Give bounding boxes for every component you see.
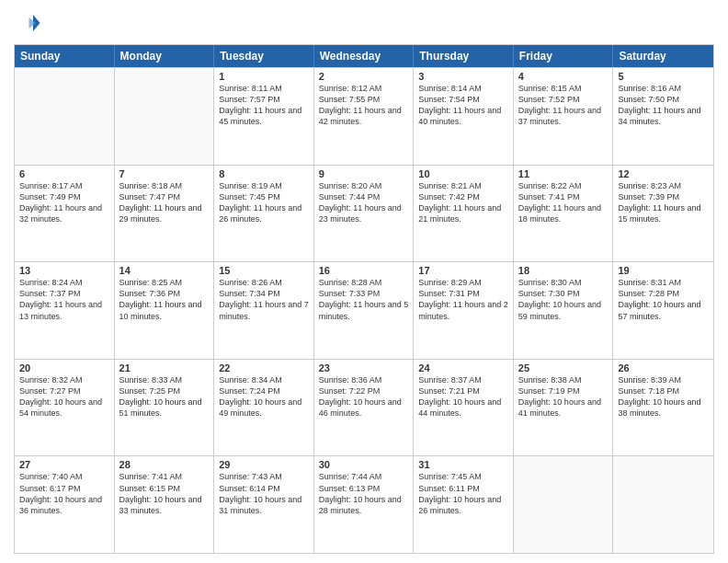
day-header-sunday: Sunday: [15, 45, 115, 67]
day-cell-1: 1Sunrise: 8:11 AM Sunset: 7:57 PM Daylig…: [214, 68, 314, 165]
day-number: 2: [319, 71, 409, 82]
day-header-thursday: Thursday: [414, 45, 514, 67]
calendar-row-5: 27Sunrise: 7:40 AM Sunset: 6:17 PM Dayli…: [15, 455, 713, 553]
calendar-header: SundayMondayTuesdayWednesdayThursdayFrid…: [15, 45, 713, 67]
calendar-row-2: 6Sunrise: 8:17 AM Sunset: 7:49 PM Daylig…: [15, 165, 713, 262]
day-cell-19: 19Sunrise: 8:31 AM Sunset: 7:28 PM Dayli…: [613, 262, 713, 359]
day-info: Sunrise: 8:14 AM Sunset: 7:54 PM Dayligh…: [418, 83, 508, 128]
day-cell-27: 27Sunrise: 7:40 AM Sunset: 6:17 PM Dayli…: [15, 456, 115, 553]
day-number: 6: [19, 168, 109, 179]
day-info: Sunrise: 8:30 AM Sunset: 7:30 PM Dayligh…: [518, 277, 609, 322]
day-number: 4: [518, 71, 609, 82]
day-number: 17: [418, 265, 508, 276]
day-cell-10: 10Sunrise: 8:21 AM Sunset: 7:42 PM Dayli…: [414, 166, 514, 262]
calendar-body: 1Sunrise: 8:11 AM Sunset: 7:57 PM Daylig…: [15, 67, 713, 553]
day-number: 14: [119, 265, 210, 276]
day-info: Sunrise: 8:16 AM Sunset: 7:50 PM Dayligh…: [618, 83, 709, 128]
logo-icon: [14, 9, 41, 37]
day-info: Sunrise: 7:41 AM Sunset: 6:15 PM Dayligh…: [119, 471, 210, 516]
day-info: Sunrise: 7:44 AM Sunset: 6:13 PM Dayligh…: [319, 471, 409, 516]
day-header-monday: Monday: [115, 45, 215, 67]
header: [14, 9, 714, 37]
day-number: 27: [19, 459, 109, 470]
day-header-friday: Friday: [514, 45, 614, 67]
day-cell-3: 3Sunrise: 8:14 AM Sunset: 7:54 PM Daylig…: [414, 68, 514, 165]
day-number: 11: [518, 168, 609, 179]
calendar-row-3: 13Sunrise: 8:24 AM Sunset: 7:37 PM Dayli…: [15, 261, 713, 359]
day-info: Sunrise: 8:39 AM Sunset: 7:18 PM Dayligh…: [618, 374, 709, 419]
day-info: Sunrise: 8:34 AM Sunset: 7:24 PM Dayligh…: [219, 374, 309, 419]
day-number: 15: [219, 265, 309, 276]
day-number: 30: [319, 459, 409, 470]
day-number: 7: [119, 168, 210, 179]
day-cell-14: 14Sunrise: 8:25 AM Sunset: 7:36 PM Dayli…: [115, 262, 215, 359]
day-info: Sunrise: 8:32 AM Sunset: 7:27 PM Dayligh…: [19, 374, 109, 419]
day-info: Sunrise: 8:20 AM Sunset: 7:44 PM Dayligh…: [319, 180, 409, 225]
day-number: 13: [19, 265, 109, 276]
empty-cell: [514, 456, 614, 553]
day-info: Sunrise: 8:28 AM Sunset: 7:33 PM Dayligh…: [319, 277, 409, 322]
day-cell-23: 23Sunrise: 8:36 AM Sunset: 7:22 PM Dayli…: [314, 360, 415, 456]
day-cell-29: 29Sunrise: 7:43 AM Sunset: 6:14 PM Dayli…: [214, 456, 314, 553]
day-number: 29: [219, 459, 309, 470]
day-number: 10: [418, 168, 508, 179]
day-cell-26: 26Sunrise: 8:39 AM Sunset: 7:18 PM Dayli…: [613, 360, 713, 456]
day-cell-16: 16Sunrise: 8:28 AM Sunset: 7:33 PM Dayli…: [314, 262, 415, 359]
day-cell-21: 21Sunrise: 8:33 AM Sunset: 7:25 PM Dayli…: [115, 360, 215, 456]
empty-cell: [15, 68, 115, 165]
day-info: Sunrise: 8:37 AM Sunset: 7:21 PM Dayligh…: [418, 374, 508, 419]
day-cell-15: 15Sunrise: 8:26 AM Sunset: 7:34 PM Dayli…: [214, 262, 314, 359]
day-cell-25: 25Sunrise: 8:38 AM Sunset: 7:19 PM Dayli…: [514, 360, 614, 456]
empty-cell: [115, 68, 215, 165]
day-number: 26: [618, 362, 709, 373]
day-number: 8: [219, 168, 309, 179]
calendar-row-1: 1Sunrise: 8:11 AM Sunset: 7:57 PM Daylig…: [15, 67, 713, 165]
day-number: 28: [119, 459, 210, 470]
day-info: Sunrise: 8:22 AM Sunset: 7:41 PM Dayligh…: [518, 180, 609, 225]
day-info: Sunrise: 7:45 AM Sunset: 6:11 PM Dayligh…: [418, 471, 508, 516]
day-number: 22: [219, 362, 309, 373]
day-cell-5: 5Sunrise: 8:16 AM Sunset: 7:50 PM Daylig…: [613, 68, 713, 165]
day-cell-13: 13Sunrise: 8:24 AM Sunset: 7:37 PM Dayli…: [15, 262, 115, 359]
day-cell-6: 6Sunrise: 8:17 AM Sunset: 7:49 PM Daylig…: [15, 166, 115, 262]
day-header-wednesday: Wednesday: [314, 45, 415, 67]
day-cell-22: 22Sunrise: 8:34 AM Sunset: 7:24 PM Dayli…: [214, 360, 314, 456]
day-cell-28: 28Sunrise: 7:41 AM Sunset: 6:15 PM Dayli…: [115, 456, 215, 553]
day-info: Sunrise: 7:40 AM Sunset: 6:17 PM Dayligh…: [19, 471, 109, 516]
day-number: 16: [319, 265, 409, 276]
day-number: 25: [518, 362, 609, 373]
day-number: 1: [219, 71, 309, 82]
day-number: 21: [119, 362, 210, 373]
day-cell-31: 31Sunrise: 7:45 AM Sunset: 6:11 PM Dayli…: [414, 456, 514, 553]
day-info: Sunrise: 8:24 AM Sunset: 7:37 PM Dayligh…: [19, 277, 109, 322]
day-info: Sunrise: 8:25 AM Sunset: 7:36 PM Dayligh…: [119, 277, 210, 322]
day-info: Sunrise: 8:12 AM Sunset: 7:55 PM Dayligh…: [319, 83, 409, 128]
day-number: 9: [319, 168, 409, 179]
day-cell-18: 18Sunrise: 8:30 AM Sunset: 7:30 PM Dayli…: [514, 262, 614, 359]
calendar-row-4: 20Sunrise: 8:32 AM Sunset: 7:27 PM Dayli…: [15, 359, 713, 456]
day-info: Sunrise: 8:23 AM Sunset: 7:39 PM Dayligh…: [618, 180, 709, 225]
day-info: Sunrise: 8:26 AM Sunset: 7:34 PM Dayligh…: [219, 277, 309, 322]
day-number: 23: [319, 362, 409, 373]
day-cell-8: 8Sunrise: 8:19 AM Sunset: 7:45 PM Daylig…: [214, 166, 314, 262]
logo: [14, 9, 45, 37]
day-cell-30: 30Sunrise: 7:44 AM Sunset: 6:13 PM Dayli…: [314, 456, 415, 553]
day-cell-2: 2Sunrise: 8:12 AM Sunset: 7:55 PM Daylig…: [314, 68, 415, 165]
day-number: 20: [19, 362, 109, 373]
day-info: Sunrise: 7:43 AM Sunset: 6:14 PM Dayligh…: [219, 471, 309, 516]
day-number: 24: [418, 362, 508, 373]
day-info: Sunrise: 8:17 AM Sunset: 7:49 PM Dayligh…: [19, 180, 109, 225]
page: SundayMondayTuesdayWednesdayThursdayFrid…: [0, 0, 728, 563]
day-number: 12: [618, 168, 709, 179]
day-info: Sunrise: 8:33 AM Sunset: 7:25 PM Dayligh…: [119, 374, 210, 419]
day-cell-24: 24Sunrise: 8:37 AM Sunset: 7:21 PM Dayli…: [414, 360, 514, 456]
calendar: SundayMondayTuesdayWednesdayThursdayFrid…: [14, 44, 714, 554]
day-cell-9: 9Sunrise: 8:20 AM Sunset: 7:44 PM Daylig…: [314, 166, 415, 262]
day-header-tuesday: Tuesday: [214, 45, 314, 67]
day-info: Sunrise: 8:21 AM Sunset: 7:42 PM Dayligh…: [418, 180, 508, 225]
day-info: Sunrise: 8:38 AM Sunset: 7:19 PM Dayligh…: [518, 374, 609, 419]
day-number: 19: [618, 265, 709, 276]
day-info: Sunrise: 8:15 AM Sunset: 7:52 PM Dayligh…: [518, 83, 609, 128]
day-number: 18: [518, 265, 609, 276]
day-info: Sunrise: 8:29 AM Sunset: 7:31 PM Dayligh…: [418, 277, 508, 322]
